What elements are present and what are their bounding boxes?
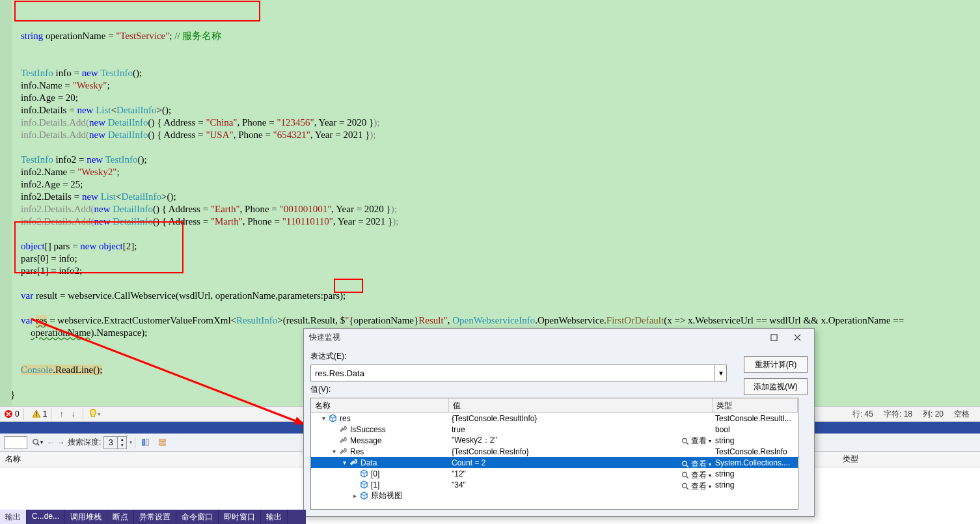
expander-icon[interactable] [331,437,337,444]
expander-icon[interactable] [331,448,337,455]
row-name: 原始视图 [371,490,402,501]
row-value: "12" [452,469,466,478]
search-depth-label: 搜索深度: [68,437,101,448]
cursor-col: 列: 20 [923,409,944,420]
watch-grid-header: 名称 值 类型 [311,398,798,413]
lookup-button[interactable]: 查看▾ [681,481,711,490]
grid-header-value[interactable]: 值 [449,398,713,412]
svg-point-16 [683,473,687,477]
object-icon [359,480,368,490]
warning-count[interactable]: 1 [32,409,48,419]
column-header-name[interactable]: 名称 [5,454,21,465]
row-name: [1] [371,480,379,490]
expander-icon[interactable] [320,415,327,422]
bottom-tab[interactable]: C...de... [27,510,65,524]
svg-rect-11 [770,334,776,340]
row-name: res [340,414,351,423]
bottom-tab[interactable]: 即时窗口 [219,510,261,524]
row-type: string [713,480,798,490]
expander-icon[interactable] [351,482,358,488]
svg-line-13 [687,443,688,445]
svg-line-17 [687,476,688,478]
svg-point-14 [683,462,687,466]
row-type: string [713,469,798,478]
bottom-tab[interactable]: 异常设置 [134,510,176,524]
row-value: true [452,425,465,434]
lookup-button[interactable]: 查看▾ [681,459,711,467]
row-name: [0] [371,469,379,478]
expander-icon[interactable] [351,493,358,499]
svg-point-18 [683,484,687,488]
value-label: 值(V): [310,384,349,395]
bottom-tab[interactable]: 断点 [107,510,134,524]
add-watch-button[interactable]: 添加监视(W) [744,378,808,395]
watch-row[interactable]: DataCount = 2查看▾System.Collections.... [311,457,798,468]
bottom-tab[interactable]: 命令窗口 [176,510,219,524]
cursor-char: 字符: 18 [884,409,912,420]
svg-line-19 [687,488,688,490]
row-type: TestConsole.ResInfo [713,447,798,456]
keyword: string [21,31,43,41]
error-count[interactable]: 0 [4,409,20,419]
watch-row[interactable]: 原始视图 [311,490,798,501]
bottom-tab[interactable]: 输出 [0,510,27,524]
wrench-icon [338,447,347,456]
grid-header-name[interactable]: 名称 [311,398,449,412]
maximize-button[interactable] [762,329,785,345]
object-icon [359,469,368,478]
watch-row[interactable]: res{TestConsole.ResultInfo}TestConsole.R… [311,413,798,424]
wrench-icon [338,436,347,445]
svg-point-5 [33,439,37,444]
row-value: "34" [452,480,466,490]
svg-point-12 [683,438,687,443]
toolbar-button-1[interactable] [138,435,152,450]
close-button[interactable] [785,329,809,345]
wrench-icon [338,425,347,434]
watch-row[interactable]: IsSuccesstruebool [311,424,798,435]
row-type: System.Collections.... [713,458,798,467]
comment: // 服务名称 [174,31,221,41]
row-value: {TestConsole.ResInfo} [452,447,529,456]
lookup-button[interactable]: 查看▾ [681,435,711,446]
svg-rect-4 [36,415,36,416]
search-input[interactable] [4,436,27,449]
object-icon [359,491,368,501]
bottom-tabs: 输出C...de...调用堆栈断点异常设置命令窗口即时窗口输出 [0,510,306,524]
bottom-tab[interactable]: 输出 [261,510,288,524]
row-type: TestConsole.ResultI... [713,414,798,423]
expander-icon[interactable] [351,471,358,477]
svg-rect-3 [36,412,36,415]
variable-res-highlighted: res [36,315,48,325]
next-issue-button[interactable]: ↓ [67,408,79,420]
expression-input[interactable]: ▾ [310,365,727,381]
search-magnifier-icon[interactable]: ▾ [30,435,44,450]
watch-row[interactable]: [0]"12"查看▾string [311,468,798,479]
row-name: Data [361,458,377,467]
error-icon [4,409,13,419]
grid-header-type[interactable]: 类型 [713,398,798,412]
expression-label: 表达式(E): [310,351,349,362]
expander-icon[interactable] [341,460,347,466]
bottom-tab[interactable]: 调用堆栈 [65,510,107,524]
row-name: Res [350,447,364,456]
prev-issue-button[interactable]: ↑ [55,408,67,420]
expander-icon[interactable] [331,426,337,433]
watch-row[interactable]: Res{TestConsole.ResInfo}TestConsole.ResI… [311,446,798,457]
dialog-titlebar[interactable]: 快速监视 [304,329,814,346]
expression-dropdown-icon[interactable]: ▾ [715,365,726,381]
recalculate-button[interactable]: 重新计算(R) [744,356,808,373]
watch-row[interactable]: [1]"34"查看▾string [311,479,798,490]
row-name: Message [350,436,382,445]
dialog-title: 快速监视 [309,332,762,343]
svg-line-6 [37,443,39,445]
watch-grid: 名称 值 类型 res{TestConsole.ResultInfo}TestC… [310,398,798,510]
search-depth-stepper[interactable]: 3 ▴▾ [103,436,127,449]
row-type: bool [713,425,798,434]
row-value: {TestConsole.ResultInfo} [452,414,537,423]
cursor-line: 行: 45 [852,409,873,420]
watch-row[interactable]: Message"Wesky2：2"查看▾string [311,435,798,446]
column-header-type[interactable]: 类型 [843,454,858,465]
lookup-button[interactable]: 查看▾ [681,470,711,478]
editor-gutter [0,0,12,406]
toolbar-button-2[interactable] [155,435,169,450]
